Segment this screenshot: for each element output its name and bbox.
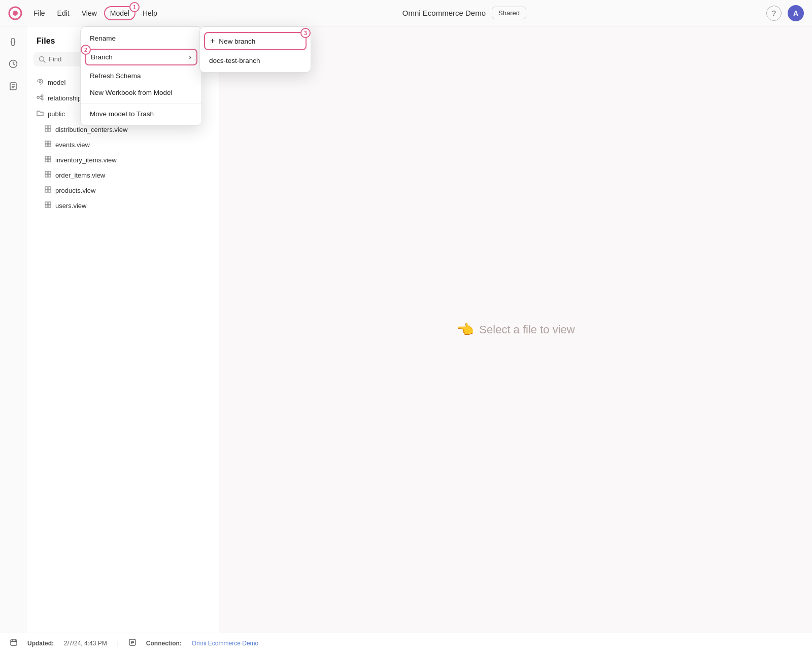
hint-emoji: 👈: [456, 321, 474, 338]
svg-rect-26: [45, 171, 48, 174]
svg-rect-18: [45, 141, 48, 144]
svg-rect-32: [45, 190, 48, 192]
svg-rect-17: [48, 129, 51, 131]
new-branch-item[interactable]: + New branch 3: [204, 32, 307, 50]
svg-line-12: [39, 96, 41, 97]
tree-item-events[interactable]: events.view: [26, 137, 219, 152]
view-icon-4: [45, 171, 51, 179]
menu-file[interactable]: File: [28, 6, 50, 20]
app-title: Omni Ecommerce Demo: [402, 9, 486, 17]
help-button[interactable]: ?: [766, 6, 782, 21]
view-icon-3: [45, 156, 51, 164]
menu-model-number: 1: [129, 2, 140, 12]
svg-line-8: [44, 60, 46, 62]
statusbar-updated-icon: [10, 639, 17, 647]
hint-text: Select a file to view: [479, 323, 574, 336]
svg-rect-31: [48, 187, 51, 189]
svg-rect-25: [48, 159, 51, 162]
folder-icon: [37, 110, 44, 118]
plus-icon: +: [210, 37, 215, 46]
svg-rect-14: [45, 126, 48, 128]
svg-rect-29: [48, 175, 51, 177]
svg-rect-33: [48, 190, 51, 192]
existing-branch-docs[interactable]: docs-test-branch: [200, 52, 311, 69]
relationships-icon: [37, 94, 44, 102]
svg-rect-28: [45, 175, 48, 177]
menu-rename[interactable]: Rename: [81, 30, 201, 47]
statusbar-connection-value[interactable]: Omni Ecommerce Demo: [192, 640, 258, 647]
menubar-right: ? A: [766, 5, 804, 21]
svg-rect-16: [45, 129, 48, 131]
menu-model[interactable]: Model 1: [104, 6, 136, 20]
menu-branch[interactable]: Branch › 2: [85, 49, 197, 65]
view-icon: [45, 125, 51, 133]
sidebar-item-code[interactable]: {}: [4, 32, 22, 51]
svg-rect-22: [45, 156, 48, 159]
svg-rect-34: [45, 202, 48, 204]
svg-point-1: [13, 11, 18, 16]
model-icon: [37, 78, 44, 87]
svg-point-9: [37, 96, 39, 98]
menu-new-workbook[interactable]: New Workbook from Model: [81, 84, 201, 101]
svg-point-10: [41, 95, 43, 97]
svg-rect-21: [48, 144, 51, 147]
avatar[interactable]: A: [788, 5, 804, 21]
sidebar-item-history[interactable]: [4, 55, 22, 73]
select-file-hint: 👈 Select a file to view: [456, 321, 574, 338]
statusbar-sep: |: [117, 640, 119, 647]
tree-item-users[interactable]: users.view: [26, 198, 219, 213]
svg-rect-15: [48, 126, 51, 128]
search-icon: [39, 56, 46, 63]
svg-rect-36: [45, 205, 48, 208]
statusbar: Updated: 2/7/24, 4:43 PM | Connection: O…: [0, 633, 812, 653]
statusbar-connection-label: Connection:: [146, 640, 182, 647]
svg-rect-24: [45, 159, 48, 162]
svg-rect-37: [48, 205, 51, 208]
app-logo[interactable]: [8, 6, 22, 20]
svg-rect-20: [45, 144, 48, 147]
statusbar-connection-icon: [129, 639, 136, 647]
view-icon-6: [45, 201, 51, 210]
model-dropdown: Rename Branch › 2 Refresh Schema New Wor…: [80, 26, 202, 126]
new-branch-number: 3: [300, 28, 311, 38]
svg-rect-19: [48, 141, 51, 144]
menu-refresh-schema[interactable]: Refresh Schema: [81, 67, 201, 84]
svg-rect-35: [48, 202, 51, 204]
statusbar-updated-value: 2/7/24, 4:43 PM: [64, 640, 107, 647]
branch-submenu: + New branch 3 docs-test-branch: [199, 26, 311, 73]
svg-point-11: [41, 98, 43, 100]
tree-item-inventory-items[interactable]: inventory_items.view: [26, 152, 219, 167]
menu-view[interactable]: View: [77, 6, 102, 20]
svg-rect-30: [45, 187, 48, 189]
menu-move-trash[interactable]: Move model to Trash: [81, 106, 201, 122]
view-icon-5: [45, 186, 51, 194]
menu-edit[interactable]: Edit: [52, 6, 75, 20]
branch-number: 2: [81, 45, 91, 55]
sidebar-item-notebook[interactable]: [4, 77, 22, 95]
shared-badge[interactable]: Shared: [492, 7, 526, 19]
menubar: File Edit View Model 1 Help Omni Ecommer…: [0, 0, 812, 26]
tree-item-order-items[interactable]: order_items.view: [26, 167, 219, 183]
icon-sidebar: {}: [0, 26, 26, 633]
svg-rect-27: [48, 171, 51, 174]
content-area: 👈 Select a file to view: [219, 26, 812, 633]
menu-help[interactable]: Help: [138, 6, 162, 20]
svg-rect-23: [48, 156, 51, 159]
menubar-center: Omni Ecommerce Demo Shared: [164, 7, 764, 19]
dropdown-divider: [81, 103, 201, 104]
statusbar-updated-label: Updated:: [27, 640, 54, 647]
tree-item-products[interactable]: products.view: [26, 183, 219, 198]
view-icon-2: [45, 141, 51, 149]
file-tree: model relationships public: [26, 73, 219, 633]
svg-line-13: [39, 98, 41, 99]
svg-rect-38: [11, 640, 17, 645]
